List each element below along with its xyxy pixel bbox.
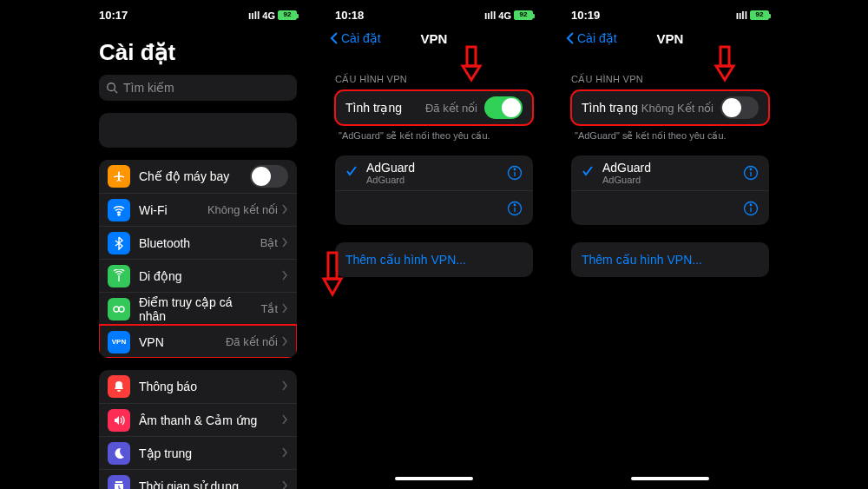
status-bar: 10:19 ııll 92 (559, 3, 781, 23)
row-detail: Tắt (260, 302, 278, 315)
chevron-left-icon (566, 31, 575, 45)
row-label: Tập trung (139, 446, 281, 460)
add-vpn-button[interactable]: Thêm cấu hình VPN... (571, 242, 769, 277)
row-wifi[interactable]: Wi-Fi Không kết nối (99, 193, 297, 226)
status-value: Đã kết nối (425, 102, 477, 115)
phone-screen-settings: 10:17 ııll 4G 92 Cài đặt Tìm kiếm Chế độ… (87, 3, 309, 486)
status-bar: 10:18 ııll 4G 92 (323, 3, 545, 23)
back-button[interactable]: Cài đặt (566, 31, 617, 45)
row-vpn-blank[interactable] (335, 190, 533, 225)
vpn-toggle[interactable] (484, 96, 523, 119)
add-vpn-label: Thêm cấu hình VPN... (582, 253, 702, 267)
back-label: Cài đặt (341, 31, 381, 45)
svg-rect-15 (720, 47, 729, 66)
row-vpn-blank[interactable] (571, 190, 769, 225)
battery-icon: 92 (278, 10, 297, 20)
status-label: Tình trạng (345, 101, 425, 115)
vpn-status-group: Tình trạng Đã kết nối (335, 90, 533, 125)
svg-point-0 (108, 83, 115, 91)
row-vpn-status[interactable]: Tình trạng Đã kết nối (335, 90, 533, 125)
row-airplane[interactable]: Chế độ máy bay (99, 160, 297, 193)
status-right: ııll 4G 92 (484, 10, 533, 22)
search-placeholder: Tìm kiếm (123, 81, 174, 95)
signal-icon: ııll (484, 10, 496, 22)
row-detail: Đã kết nối (226, 335, 278, 348)
checkmark-icon (582, 165, 594, 181)
row-vpn[interactable]: VPN VPN Đã kết nối (99, 325, 297, 358)
add-vpn-label: Thêm cấu hình VPN... (345, 253, 466, 267)
row-label: Điểm truy cập cá nhân (139, 295, 260, 323)
annotation-arrow-icon (460, 45, 483, 83)
cellular-icon (108, 265, 130, 287)
info-icon[interactable] (743, 201, 759, 216)
network-label: 4G (262, 10, 275, 21)
chevron-right-icon (281, 301, 288, 317)
section-header: CẤU HÌNH VPN (559, 74, 781, 85)
nav-title: VPN (657, 31, 684, 46)
row-label: Thời gian sử dụng (139, 479, 281, 490)
status-time: 10:18 (335, 9, 364, 22)
row-screentime[interactable]: Thời gian sử dụng (99, 469, 297, 489)
status-right: ııll 4G 92 (248, 10, 297, 22)
home-indicator[interactable] (631, 477, 709, 480)
status-time: 10:19 (571, 9, 600, 22)
row-label: Wi-Fi (139, 203, 207, 217)
row-hotspot[interactable]: Điểm truy cập cá nhân Tắt (99, 292, 297, 325)
add-vpn-button[interactable]: Thêm cấu hình VPN... (335, 242, 533, 277)
row-focus[interactable]: Tập trung (99, 436, 297, 469)
search-icon (106, 82, 118, 94)
svg-line-1 (115, 90, 118, 94)
row-label: Thông báo (139, 380, 281, 393)
svg-point-21 (750, 204, 752, 206)
annotation-arrow-icon (321, 251, 344, 299)
svg-point-2 (118, 214, 120, 215)
svg-rect-8 (467, 47, 476, 66)
info-icon[interactable] (507, 165, 523, 181)
info-icon[interactable] (507, 201, 523, 216)
status-label: Tình trạng (582, 101, 641, 115)
vpn-status-group: Tình trạng Không Kết nối (571, 90, 769, 125)
svg-point-11 (514, 169, 516, 170)
row-bluetooth[interactable]: Bluetooth Bật (99, 226, 297, 259)
chevron-left-icon (330, 31, 339, 45)
row-vpn-config[interactable]: AdGuard AdGuard (335, 155, 533, 190)
nav-bar: Cài đặt VPN (323, 23, 545, 53)
chevron-right-icon (281, 268, 288, 284)
row-label: Bluetooth (139, 236, 260, 250)
network-label: 4G (498, 10, 511, 21)
notification-icon (108, 375, 130, 398)
phone-screen-vpn-off: 10:19 ııll 92 Cài đặt VPN CẤU HÌNH VPN T… (559, 3, 781, 486)
home-indicator[interactable] (395, 477, 473, 480)
wifi-icon (108, 199, 130, 221)
vpn-toggle[interactable] (720, 96, 759, 119)
search-input[interactable]: Tìm kiếm (99, 75, 297, 101)
row-cellular[interactable]: Di động (99, 259, 297, 292)
svg-point-14 (514, 204, 516, 206)
nav-bar: Cài đặt VPN (559, 23, 781, 53)
chevron-right-icon (281, 479, 288, 490)
row-sound[interactable]: Âm thanh & Cảm ứng (99, 403, 297, 436)
account-card[interactable] (99, 113, 297, 148)
info-icon[interactable] (743, 165, 759, 181)
row-vpn-config[interactable]: AdGuard AdGuard (571, 155, 769, 190)
hotspot-icon (108, 298, 130, 320)
svg-point-4 (114, 307, 119, 312)
row-vpn-status[interactable]: Tình trạng Không Kết nối (571, 90, 769, 125)
airplane-toggle[interactable] (250, 165, 288, 188)
back-button[interactable]: Cài đặt (330, 31, 381, 45)
chevron-right-icon (281, 235, 288, 251)
row-label: Di động (139, 269, 281, 283)
status-bar: 10:17 ııll 4G 92 (87, 3, 309, 23)
config-subtitle: AdGuard (602, 175, 743, 185)
focus-icon (108, 442, 130, 465)
row-notifications[interactable]: Thông báo (99, 370, 297, 403)
row-detail: Bật (260, 236, 278, 249)
nav-title: VPN (421, 31, 448, 46)
row-label: VPN (139, 335, 226, 349)
signal-icon: ııll (248, 10, 260, 22)
battery-icon: 92 (514, 10, 533, 20)
config-name: AdGuard (602, 161, 743, 175)
screentime-icon (108, 475, 130, 490)
chevron-right-icon (281, 202, 288, 218)
chevron-right-icon (281, 379, 288, 394)
